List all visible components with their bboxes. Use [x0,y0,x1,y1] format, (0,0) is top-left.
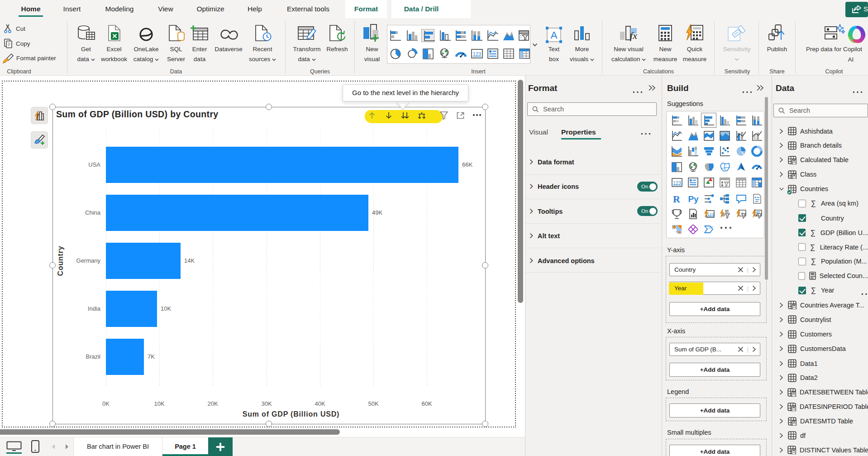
svg-text:R: R [673,193,681,204]
svg-text:123: 123 [673,180,681,186]
svg-text:fx: fx [630,30,637,41]
svg-text:123: 123 [473,51,481,57]
svg-text:123: 123 [707,212,714,217]
svg-text:Py: Py [688,194,699,204]
svg-text:A: A [551,29,558,41]
